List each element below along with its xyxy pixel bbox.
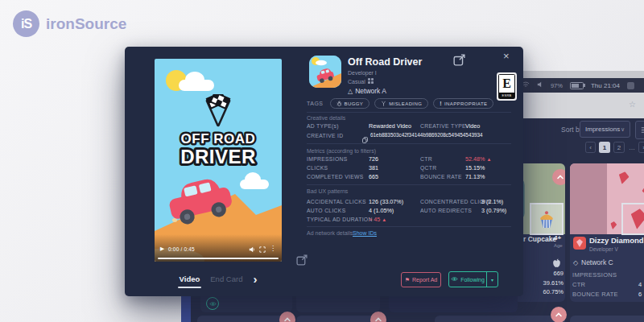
- impressions-label: IMPRESSIONS: [307, 156, 348, 162]
- pagination-page-2[interactable]: 2: [613, 142, 625, 153]
- tab-video[interactable]: Video: [180, 275, 200, 283]
- gem-icon: [629, 208, 644, 231]
- more-options-icon[interactable]: ⋮: [270, 246, 276, 252]
- age-rating: 4+: [554, 234, 561, 242]
- bad-ux-section-label: Bad UX patterns: [307, 188, 348, 194]
- next-row-card-top: [570, 316, 644, 322]
- dizzy-ctr-value: 4: [638, 281, 642, 288]
- ironsource-logo: iS ironSource: [13, 10, 126, 37]
- sort-direction-button[interactable]: [635, 121, 644, 139]
- close-icon[interactable]: ×: [503, 50, 510, 62]
- cupcake-bounce-value: 60.75%: [543, 288, 564, 295]
- genre-blocks-icon: [368, 78, 374, 85]
- fork-path-icon: [381, 101, 386, 107]
- cupcake-icon: [538, 208, 555, 229]
- battery-icon: [570, 82, 584, 89]
- network-name: Network A: [355, 87, 386, 95]
- cupcake-impressions-value: 669: [553, 270, 564, 277]
- fullscreen-icon[interactable]: [259, 242, 266, 256]
- watching-eye-badge: [206, 297, 219, 310]
- dizzy-card-title: Dizzy Diamond: [589, 236, 644, 245]
- divider: [307, 112, 511, 113]
- app-genre: Casual: [348, 79, 365, 85]
- completed-views-value: 665: [369, 173, 378, 180]
- video-progress-bar[interactable]: [158, 258, 279, 259]
- chevron-up-icon: [554, 310, 564, 320]
- chevron-up-icon: [555, 172, 565, 182]
- eye-icon: [451, 276, 458, 283]
- ironsource-logo-text: ironSource: [46, 15, 126, 33]
- completed-views-label: COMPLETED VIEWS: [307, 174, 364, 180]
- menubar-app-badge: [627, 82, 634, 89]
- pagination-ellipsis: …: [628, 142, 636, 153]
- image-stripe: [570, 163, 607, 234]
- creative-id-label: CREATIVE ID: [307, 133, 343, 138]
- eye-icon: [209, 301, 217, 307]
- auto-clicks-value: 4 (1.05%): [369, 207, 394, 214]
- tags-row: TAGS BUGGY MISLEADING ! INAPPROPRIATE: [307, 98, 493, 109]
- chevron-up-icon: [283, 315, 292, 322]
- preview-tabs: Video End Card ›: [155, 273, 282, 285]
- dizzy-card-network: Network C: [581, 258, 613, 266]
- typical-ad-duration-label: TYPICAL AD DURATION: [307, 217, 373, 222]
- creative-id-value[interactable]: 61eb883503c42f34144b9869208c549454543934: [370, 132, 483, 138]
- ad-card-dizzy-diamond[interactable]: Dizzy Diamond Developer V ◇ Network C IM…: [570, 163, 644, 302]
- following-caret[interactable]: ▾: [487, 272, 497, 287]
- pagination-page-1[interactable]: 1: [599, 142, 610, 153]
- menubar-clock: Thu 21:04: [591, 82, 620, 89]
- dizzy-card-developer: Developer V: [589, 246, 618, 252]
- report-ad-label: Report Ad: [412, 277, 437, 283]
- expand-preview-icon[interactable]: [296, 254, 308, 266]
- concentrated-clicks-value: 8 (2.1%): [481, 198, 503, 205]
- divider: [307, 184, 511, 185]
- warning-icon: ▲: [382, 217, 386, 222]
- card-rank-up-badge: [552, 169, 565, 185]
- dizzy-impressions-label: IMPRESSIONS: [572, 271, 617, 279]
- cupcake-thumbnail-inset: [530, 203, 564, 235]
- bookmark-star-icon[interactable]: ☆: [629, 100, 636, 109]
- tag-misleading[interactable]: MISLEADING: [374, 98, 428, 109]
- play-button[interactable]: ▶: [160, 246, 164, 252]
- tag-inappropriate-label: INAPPROPRIATE: [444, 101, 487, 106]
- report-ad-button[interactable]: ⚑ Report Ad: [401, 272, 441, 287]
- dizzy-bounce-label: BOUNCE RATE: [572, 291, 618, 298]
- chevron-down-icon: ∨: [621, 126, 625, 133]
- tag-misleading-label: MISLEADING: [389, 101, 422, 106]
- chevron-up-icon: [374, 315, 383, 322]
- app-genre-row: Casual: [348, 78, 374, 85]
- ad-video-preview[interactable]: OFF ROAD DRIVER ▶: [155, 59, 282, 262]
- dizzy-ctr-label: CTR: [572, 281, 585, 288]
- ad-review-modal: OFF ROAD DRIVER ▶: [125, 47, 523, 296]
- sort-lines-icon: [640, 126, 644, 134]
- clicks-value: 381: [369, 164, 378, 171]
- volume-icon[interactable]: [249, 242, 255, 256]
- bug-icon: [336, 101, 342, 107]
- next-row-card-top: [435, 316, 565, 322]
- tag-buggy[interactable]: BUGGY: [330, 98, 370, 109]
- ad-type-value: Rewarded Video: [369, 122, 411, 130]
- network-triangle-icon: △: [348, 88, 353, 95]
- checkered-flags-icon: [192, 94, 245, 130]
- clicks-label: CLICKS: [307, 165, 328, 171]
- next-tab-chevron[interactable]: ›: [253, 273, 257, 285]
- card-rank-up-badge: [279, 312, 295, 322]
- divider: [307, 226, 511, 227]
- bounce-rate-label: BOUNCE RATE: [420, 174, 462, 180]
- ctr-label: CTR: [420, 156, 432, 162]
- copy-icon[interactable]: [362, 132, 368, 147]
- esrb-rating-badge: E ESRB: [498, 74, 515, 99]
- auto-redirects-label: AUTO REDIRECTS: [420, 208, 472, 213]
- show-ids-link[interactable]: Show IDs: [353, 230, 377, 236]
- accidental-clicks-value: 126 (33.07%): [369, 198, 403, 205]
- typical-ad-duration-row: > 45 ▲: [369, 216, 386, 223]
- pagination-next-button[interactable]: ›: [638, 142, 644, 153]
- battery-percentage: 97%: [551, 82, 563, 89]
- open-external-icon[interactable]: [453, 54, 465, 69]
- following-button[interactable]: Following ▾: [448, 271, 498, 287]
- tag-inappropriate[interactable]: ! INAPPROPRIATE: [433, 98, 493, 109]
- tab-end-card[interactable]: End Card: [210, 275, 242, 283]
- creative-type-label: CREATIVE TYPE: [420, 123, 466, 129]
- impressions-value: 726: [369, 155, 378, 163]
- sort-by-dropdown[interactable]: Impressions ∨: [580, 121, 630, 138]
- pagination-prev-button[interactable]: ‹: [585, 142, 596, 153]
